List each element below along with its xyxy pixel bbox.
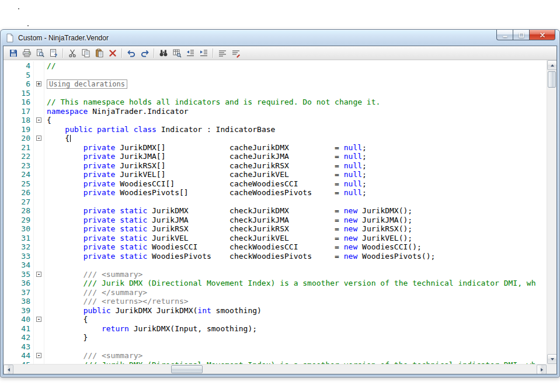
fold-margin	[34, 261, 44, 270]
code-line-4[interactable]: 4//	[4, 61, 547, 71]
code-line-19[interactable]: 19 public partial class Indicator : Indi…	[4, 125, 547, 134]
fold-collapse-box[interactable]: -	[36, 317, 41, 322]
code-line-6[interactable]: 6+Using declarations	[4, 79, 547, 89]
code-line-39[interactable]: 39 public JurikDMX JurikDMX(int smoothin…	[4, 306, 547, 315]
line-number: 18	[4, 116, 34, 125]
code-line-43[interactable]: 43	[4, 342, 547, 352]
scroll-up-button[interactable]	[547, 60, 557, 70]
uncomment-button[interactable]	[229, 47, 242, 59]
window-title: Custom - NinjaTrader.Vendor	[18, 34, 109, 42]
code-line-5[interactable]: 5	[4, 71, 547, 80]
code-line-38[interactable]: 38 /// <returns></returns>	[4, 297, 547, 306]
cut-button[interactable]	[65, 47, 79, 59]
line-number: 21	[4, 143, 34, 152]
line-number: 39	[4, 306, 34, 315]
code-line-42[interactable]: 42 }	[4, 333, 547, 342]
comment-button[interactable]	[215, 47, 229, 59]
code-line-25[interactable]: 25 private WoodiesCCI[] cacheWoodiesCCI …	[4, 179, 547, 189]
close-button[interactable]	[529, 30, 555, 40]
print-button[interactable]	[20, 47, 33, 59]
fold-margin	[34, 197, 44, 207]
code-line-41[interactable]: 41 return JurikDMX(Input, smoothing);	[4, 324, 547, 334]
undo-button[interactable]	[124, 47, 138, 59]
fold-margin: +	[34, 79, 44, 89]
scroll-left-button[interactable]	[4, 365, 13, 374]
code-text: private static WoodiesPivots checkWoodie…	[44, 252, 547, 261]
line-number: 27	[4, 197, 34, 207]
outdent-button[interactable]	[183, 47, 197, 59]
close-icon	[540, 32, 545, 38]
code-editor[interactable]: 4//56+Using declarations1516// This name…	[4, 60, 547, 364]
indent-button[interactable]	[197, 47, 210, 59]
code-line-34[interactable]: 34	[4, 261, 547, 270]
code-line-44[interactable]: 44- /// <summary>	[4, 351, 547, 360]
code-text	[44, 197, 547, 207]
code-line-16[interactable]: 16// This namespace holds all indicators…	[4, 98, 547, 107]
code-line-33[interactable]: 33 private static WoodiesPivots checkWoo…	[4, 252, 547, 261]
scroll-right-button[interactable]	[537, 365, 547, 374]
code-line-35[interactable]: 35- /// <summary>	[4, 270, 547, 279]
artifact-dot	[18, 8, 19, 9]
code-line-24[interactable]: 24 private JurikVEL[] cacheJurikVEL = nu…	[4, 170, 547, 179]
code-line-29[interactable]: 29 private static JurikJMA checkJurikJMA…	[4, 216, 547, 225]
vertical-scroll-thumb[interactable]	[548, 71, 556, 88]
find-button[interactable]	[156, 47, 170, 59]
scroll-down-button[interactable]	[547, 354, 557, 364]
line-number: 36	[4, 279, 34, 288]
code-line-40[interactable]: 40- {	[4, 315, 547, 324]
code-text: private JurikDMX[] cacheJurikDMX = null;	[44, 143, 547, 152]
code-line-37[interactable]: 37 /// </summary>	[4, 288, 547, 297]
fold-margin	[34, 279, 44, 288]
vertical-scroll-track[interactable]	[547, 70, 556, 354]
code-line-21[interactable]: 21 private JurikDMX[] cacheJurikDMX = nu…	[4, 143, 547, 152]
code-line-20[interactable]: 20- {	[4, 134, 547, 143]
code-line-18[interactable]: 18-{	[4, 116, 547, 125]
code-line-23[interactable]: 23 private JurikRSX[] cacheJurikRSX = nu…	[4, 161, 547, 171]
title-bar[interactable]: Custom - NinjaTrader.Vendor	[1, 30, 559, 46]
line-number: 6	[4, 79, 34, 89]
toolbar-separator	[213, 48, 213, 58]
code-line-27[interactable]: 27	[4, 197, 547, 207]
line-number: 33	[4, 252, 34, 261]
horizontal-scroll-thumb[interactable]	[171, 365, 203, 373]
print-preview-button[interactable]	[33, 47, 47, 59]
fold-margin	[34, 324, 44, 334]
code-line-36[interactable]: 36 /// Jurik DMX (Directional Movement I…	[4, 279, 547, 288]
code-text	[44, 261, 547, 270]
code-line-32[interactable]: 32 private static WoodiesCCI checkWoodie…	[4, 242, 547, 252]
line-number: 44	[4, 351, 34, 360]
code-line-31[interactable]: 31 private static JurikVEL checkJurikVEL…	[4, 234, 547, 243]
code-text: }	[44, 333, 547, 342]
copy-button[interactable]	[79, 47, 92, 59]
line-number: 26	[4, 188, 34, 197]
fold-expand-box[interactable]: +	[36, 81, 41, 86]
toolbar-separator	[62, 48, 63, 58]
code-line-28[interactable]: 28 private static JurikDMX checkJurikDMX…	[4, 206, 547, 216]
minimize-button[interactable]	[496, 30, 513, 40]
collapsed-region[interactable]: Using declarations	[47, 79, 127, 89]
horizontal-scrollbar[interactable]	[4, 364, 547, 374]
redo-button[interactable]	[138, 47, 151, 59]
line-number: 15	[4, 89, 34, 98]
fold-collapse-box[interactable]: -	[36, 353, 41, 358]
code-line-26[interactable]: 26 private WoodiesPivots[] cacheWoodiesP…	[4, 188, 547, 197]
replace-button[interactable]	[170, 47, 183, 59]
maximize-button[interactable]	[513, 30, 529, 40]
fold-collapse-box[interactable]: -	[36, 117, 41, 123]
fold-collapse-box[interactable]: -	[36, 272, 41, 277]
horizontal-scroll-track[interactable]	[13, 365, 537, 374]
window-controls	[496, 30, 555, 40]
paste-icon	[95, 48, 104, 58]
fold-collapse-box[interactable]: -	[36, 136, 41, 141]
page-setup-button[interactable]: ?	[47, 47, 60, 59]
fold-margin	[34, 152, 44, 161]
paste-button[interactable]	[92, 47, 106, 59]
delete-button[interactable]	[106, 47, 119, 59]
vertical-scrollbar[interactable]	[547, 60, 556, 364]
code-line-22[interactable]: 22 private JurikJMA[] cacheJurikJMA = nu…	[4, 152, 547, 161]
code-line-17[interactable]: 17namespace NinjaTrader.Indicator	[4, 107, 547, 116]
code-line-30[interactable]: 30 private static JurikRSX checkJurikRSX…	[4, 224, 547, 234]
code-line-15[interactable]: 15	[4, 89, 547, 98]
code-text: private JurikVEL[] cacheJurikVEL = null;	[44, 170, 547, 179]
save-button[interactable]	[6, 47, 20, 59]
